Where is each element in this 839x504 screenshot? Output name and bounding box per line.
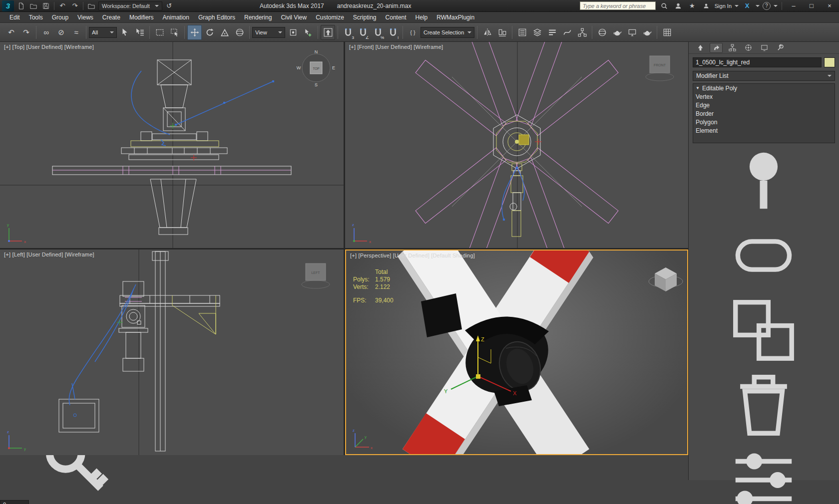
use-pivot-center-icon[interactable] <box>286 25 300 40</box>
menu-item[interactable]: Customize <box>311 12 349 23</box>
rectangular-selection-region-icon[interactable] <box>152 25 167 40</box>
search-icon[interactable] <box>659 1 670 11</box>
render-in-cloud-icon[interactable] <box>660 25 674 40</box>
stack-item-editable-poly[interactable]: ▼ Editable Poly <box>693 84 835 92</box>
3dsmax-logo-icon[interactable]: 3 <box>2 0 14 11</box>
chevron-down-icon[interactable] <box>756 5 760 7</box>
select-object-icon[interactable] <box>117 25 132 40</box>
community-icon[interactable] <box>673 1 684 11</box>
menu-item[interactable]: Create <box>98 12 125 23</box>
keyboard-shortcut-override-icon[interactable] <box>321 25 335 40</box>
close-button[interactable]: × <box>822 1 837 11</box>
viewport-compass[interactable]: TOP N E S W <box>297 49 335 87</box>
edit-named-selection-sets-icon[interactable]: { } <box>406 25 420 40</box>
viewport-top[interactable]: [+] [Top] [User Defined] [Wireframe] <box>0 42 344 248</box>
menu-item[interactable]: Civil View <box>276 12 311 23</box>
toggle-ribbon-icon[interactable] <box>545 25 559 40</box>
toggle-layer-explorer-icon[interactable] <box>530 25 544 40</box>
select-and-link-icon[interactable]: ∞ <box>39 25 53 40</box>
mirror-icon[interactable] <box>480 25 494 40</box>
favorites-star-icon[interactable]: ★ <box>687 1 698 11</box>
render-production-icon[interactable] <box>640 25 654 40</box>
menu-item[interactable]: Content <box>381 12 411 23</box>
new-scene-icon[interactable] <box>15 1 26 11</box>
viewport-front-label[interactable]: [+] [Front] [User Defined] [Wireframe] <box>349 44 443 50</box>
object-color-swatch[interactable] <box>824 57 835 67</box>
menu-item[interactable]: Animation <box>158 12 194 23</box>
stack-item-vertex[interactable]: Vertex <box>693 92 835 101</box>
menu-item[interactable]: Scripting <box>349 12 381 23</box>
curve-editor-icon[interactable] <box>560 25 574 40</box>
a360-icon[interactable]: X <box>742 1 753 11</box>
unlink-selection-icon[interactable]: ⊘ <box>54 25 68 40</box>
percent-snap-icon[interactable]: % <box>371 25 385 40</box>
modifier-list-dropdown[interactable]: Modifier List <box>693 71 835 81</box>
menu-item[interactable]: RWMaxPlugin <box>432 12 479 23</box>
snap-toggle-3d-icon[interactable]: 3 <box>341 25 355 40</box>
minimize-button[interactable]: – <box>786 1 801 11</box>
stack-item-border[interactable]: Border <box>693 109 835 118</box>
remove-modifier-icon[interactable] <box>689 368 839 443</box>
stack-item-element[interactable]: Element <box>693 126 835 135</box>
stack-item-polygon[interactable]: Polygon <box>693 118 835 126</box>
open-file-icon[interactable] <box>28 1 39 11</box>
menu-item[interactable]: Graph Editors <box>194 12 240 23</box>
make-unique-icon[interactable] <box>689 293 839 368</box>
chevron-down-icon[interactable] <box>735 5 739 7</box>
align-icon[interactable] <box>495 25 509 40</box>
chevron-down-icon[interactable] <box>774 5 778 7</box>
tab-motion-icon[interactable] <box>742 43 755 53</box>
viewport-front[interactable]: [+] [Front] [User Defined] [Wireframe] <box>345 42 688 248</box>
viewport-top-label[interactable]: [+] [Top] [User Defined] [Wireframe] <box>4 44 94 50</box>
menu-item[interactable]: Views <box>73 12 98 23</box>
project-folder-icon[interactable] <box>86 1 97 11</box>
configure-modifier-sets-icon[interactable] <box>689 443 839 504</box>
sign-in-link[interactable]: Sign In <box>715 3 732 9</box>
selection-filter-dropdown[interactable]: All <box>89 27 117 38</box>
menu-item[interactable]: Group <box>47 12 73 23</box>
sign-in-user-icon[interactable] <box>701 1 712 11</box>
stack-item-edge[interactable]: Edge <box>693 101 835 109</box>
select-and-rotate-icon[interactable] <box>202 25 217 40</box>
tab-modify-icon[interactable] <box>710 43 723 53</box>
search-input[interactable] <box>580 1 656 10</box>
select-by-name-icon[interactable] <box>132 25 147 40</box>
tab-display-icon[interactable] <box>758 43 771 53</box>
pin-stack-icon[interactable] <box>689 143 839 218</box>
show-end-result-icon[interactable] <box>689 218 839 293</box>
tab-create-icon[interactable] <box>694 43 707 53</box>
menu-item[interactable]: Help <box>411 12 432 23</box>
viewport-left[interactable]: [+] [Left] [User Defined] [Wireframe] <box>0 250 344 455</box>
menu-item[interactable]: Edit <box>5 12 24 23</box>
expand-arrow-icon[interactable]: ▼ <box>696 86 700 90</box>
reference-coordinate-dropdown[interactable]: View <box>252 27 285 38</box>
named-selection-sets-dropdown[interactable]: Create Selection Se <box>420 27 474 38</box>
material-editor-icon[interactable] <box>595 25 609 40</box>
viewport-cube-gizmo[interactable]: LEFT <box>302 263 330 288</box>
save-file-icon[interactable] <box>40 1 51 11</box>
render-setup-icon[interactable] <box>610 25 624 40</box>
menu-item[interactable]: Modifiers <box>125 12 158 23</box>
object-name-field[interactable] <box>693 57 822 67</box>
schematic-view-icon[interactable] <box>575 25 589 40</box>
select-and-place-icon[interactable] <box>232 25 247 40</box>
toggle-scene-explorer-icon[interactable] <box>515 25 529 40</box>
menu-item[interactable]: Rendering <box>240 12 276 23</box>
bind-to-space-warp-icon[interactable]: ≈ <box>69 25 83 40</box>
viewcube[interactable] <box>649 267 683 291</box>
undo-icon[interactable]: ↶ <box>57 1 68 11</box>
spinner-snap-icon[interactable]: ↕ <box>386 25 400 40</box>
help-icon[interactable]: ? <box>763 2 771 10</box>
viewport-perspective[interactable]: [+] [Perspective] [User Defined] [Defaul… <box>345 250 688 455</box>
undo-button[interactable]: ↶ <box>4 25 18 40</box>
tab-hierarchy-icon[interactable] <box>726 43 739 53</box>
maximize-button[interactable]: □ <box>804 1 819 11</box>
select-and-scale-icon[interactable] <box>217 25 232 40</box>
viewport-cube-gizmo[interactable]: FRONT <box>646 56 674 81</box>
select-and-manipulate-icon[interactable] <box>301 25 315 40</box>
select-and-move-icon[interactable] <box>187 25 202 40</box>
redo-button[interactable]: ↷ <box>19 25 33 40</box>
window-crossing-toggle-icon[interactable] <box>167 25 182 40</box>
viewport-left-label[interactable]: [+] [Left] [User Defined] [Wireframe] <box>4 252 94 257</box>
angle-snap-icon[interactable]: ∠ <box>356 25 370 40</box>
